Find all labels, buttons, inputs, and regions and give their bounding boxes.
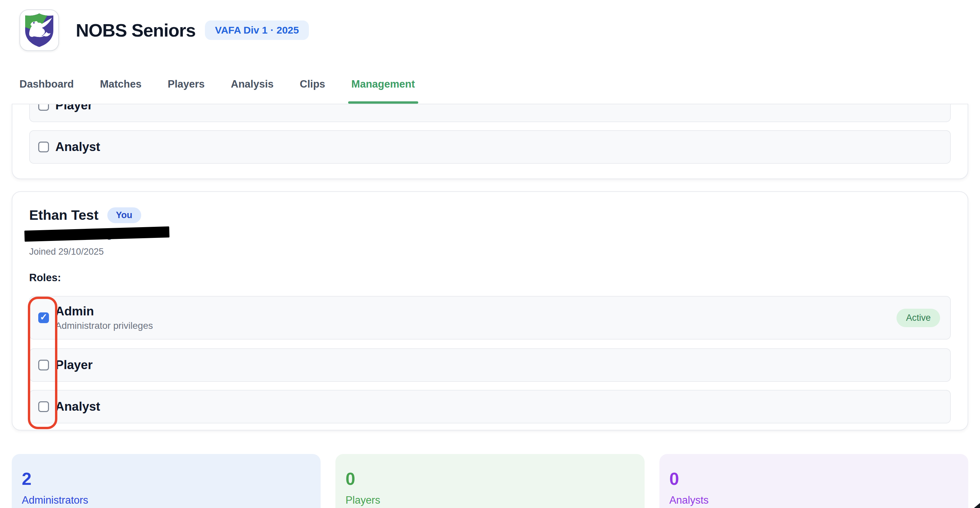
tab-management[interactable]: Management bbox=[352, 78, 415, 104]
checkbox-checked-icon[interactable] bbox=[38, 312, 49, 323]
tab-matches[interactable]: Matches bbox=[100, 78, 142, 104]
tab-analysis[interactable]: Analysis bbox=[231, 78, 274, 104]
main-nav-tabs: Dashboard Matches Players Analysis Clips… bbox=[19, 78, 415, 104]
content-scroll-area[interactable]: Player Analyst Ethan Test You ethanr001.… bbox=[0, 104, 980, 508]
league-season-badge: VAFA Div 1 · 2025 bbox=[205, 21, 309, 40]
stat-label: Administrators bbox=[22, 494, 321, 506]
role-label: Player bbox=[55, 104, 92, 112]
page-header: NOBS Seniors VAFA Div 1 · 2025 Dashboard… bbox=[0, 0, 980, 104]
member-card-partial: Player Analyst bbox=[12, 104, 968, 179]
member-name: Ethan Test bbox=[29, 207, 99, 223]
role-label: Analyst bbox=[55, 400, 100, 414]
role-row-player[interactable]: Player bbox=[29, 348, 951, 382]
stat-card-analysts: 0 Analysts bbox=[659, 454, 968, 508]
role-label: Admin bbox=[55, 304, 153, 318]
checkbox-unchecked-icon[interactable] bbox=[38, 401, 49, 412]
checkbox-unchecked-icon[interactable] bbox=[38, 360, 49, 370]
tab-dashboard[interactable]: Dashboard bbox=[19, 78, 74, 104]
role-description: Administrator privileges bbox=[55, 320, 153, 331]
member-joined-date: Joined 29/10/2025 bbox=[29, 247, 951, 257]
stat-label: Analysts bbox=[670, 494, 968, 506]
stat-value: 2 bbox=[22, 469, 321, 489]
role-label: Player bbox=[55, 358, 92, 372]
roles-list: Admin Administrator privileges Active Pl… bbox=[29, 296, 951, 424]
checkbox-unchecked-icon[interactable] bbox=[38, 104, 49, 111]
club-logo bbox=[19, 10, 59, 51]
role-label: Analyst bbox=[55, 140, 100, 154]
stat-card-players: 0 Players bbox=[336, 454, 644, 508]
stat-value: 0 bbox=[345, 469, 644, 489]
active-status-badge: Active bbox=[896, 309, 940, 327]
role-row-player[interactable]: Player bbox=[29, 104, 951, 122]
stat-label: Players bbox=[345, 494, 644, 506]
you-badge: You bbox=[107, 207, 141, 223]
role-row-admin[interactable]: Admin Administrator privileges Active bbox=[29, 296, 951, 339]
tab-players[interactable]: Players bbox=[168, 78, 205, 104]
mouse-cursor-icon bbox=[974, 503, 980, 508]
member-card-ethan-test: Ethan Test You ethanr001.nobs@gmail.com … bbox=[12, 191, 968, 430]
role-row-analyst[interactable]: Analyst bbox=[29, 390, 951, 424]
checkbox-unchecked-icon[interactable] bbox=[38, 142, 49, 152]
brand-row: NOBS Seniors VAFA Div 1 · 2025 bbox=[19, 10, 309, 51]
page-title: NOBS Seniors bbox=[76, 20, 196, 41]
club-crest-icon bbox=[22, 13, 56, 48]
tab-bar-divider bbox=[12, 104, 968, 104]
stats-row: 2 Administrators 0 Players 0 Analysts bbox=[12, 454, 968, 508]
tab-clips[interactable]: Clips bbox=[300, 78, 325, 104]
roles-heading: Roles: bbox=[29, 272, 951, 284]
member-email-line: ethanr001.nobs@gmail.com bbox=[29, 229, 951, 243]
role-row-analyst[interactable]: Analyst bbox=[29, 130, 951, 164]
stat-value: 0 bbox=[670, 469, 968, 489]
stat-card-administrators: 2 Administrators bbox=[12, 454, 321, 508]
